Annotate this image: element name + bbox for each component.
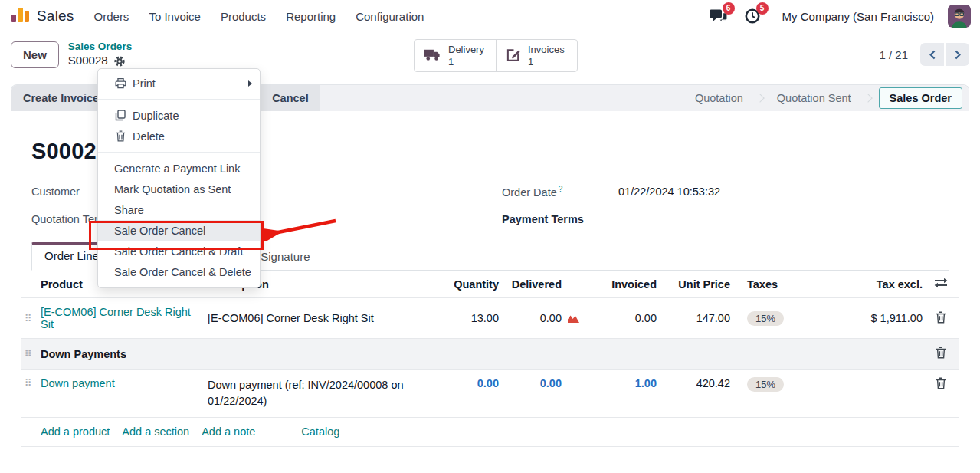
pager-count: 1 / 21 — [879, 48, 908, 61]
gear-icon[interactable] — [113, 55, 126, 67]
stage-separator-icon — [755, 94, 764, 102]
adjust-columns-icon[interactable] — [929, 271, 959, 297]
tax-tag[interactable]: 15% — [747, 377, 784, 392]
add-a-section-link[interactable]: Add a section — [122, 425, 189, 438]
col-unit-price[interactable]: Unit Price — [663, 271, 736, 297]
line-invoiced[interactable]: 1.00 — [583, 370, 663, 397]
line-delivered[interactable]: 0.00 — [505, 304, 583, 332]
menu-share[interactable]: Share — [98, 199, 260, 220]
stage-sales-order[interactable]: Sales Order — [879, 87, 962, 109]
order-lines-table: Product Description Quantity Delivered I… — [21, 271, 959, 447]
pager-previous-button[interactable] — [920, 43, 944, 66]
payment-terms-label: Payment Terms — [502, 213, 584, 225]
line-quantity[interactable]: 0.00 — [438, 370, 505, 397]
line-description[interactable]: [E-COM06] Corner Desk Right Sit — [208, 304, 438, 332]
cancel-button[interactable]: Cancel — [261, 85, 320, 111]
trash-icon — [114, 130, 126, 142]
line-delivered[interactable]: 0.00 — [505, 370, 583, 397]
add-a-product-link[interactable]: Add a product — [41, 425, 110, 438]
order-line-row: ⠿ [E-COM06] Corner Desk Right Sit [E-COM… — [21, 298, 959, 339]
col-invoiced[interactable]: Invoiced — [583, 271, 663, 297]
stage-separator-icon — [864, 94, 872, 102]
smart-button-value: 1 — [528, 56, 533, 68]
down-payment-row: ⠿ Down payment Down payment (ref: INV/20… — [21, 370, 959, 418]
printer-icon — [114, 77, 126, 89]
app-name: Sales — [37, 8, 74, 25]
user-avatar[interactable] — [948, 5, 971, 28]
breadcrumb: Sales Orders S00028 — [68, 41, 132, 68]
line-invoiced[interactable]: 0.00 — [583, 304, 663, 332]
smart-buttons: Delivery 1 Invoices 1 — [414, 39, 578, 72]
invoices-smart-button[interactable]: Invoices 1 — [496, 40, 577, 71]
table-footer-links: Add a product Add a section Add a note C… — [21, 418, 959, 447]
help-question-icon: ? — [559, 185, 563, 193]
smart-button-label: Delivery — [448, 44, 484, 56]
line-description[interactable]: Down payment (ref: INV/2024/00008 on 01/… — [208, 370, 413, 417]
line-quantity[interactable]: 13.00 — [438, 304, 505, 332]
odoo-sales-screen: Sales Orders To Invoice Products Reporti… — [0, 0, 980, 473]
activities-badge: 5 — [756, 2, 769, 15]
stage-pipeline: Quotation Quotation Sent Sales Order — [689, 85, 969, 111]
product-link[interactable]: Down payment — [41, 377, 115, 389]
menu-divider — [98, 152, 260, 153]
top-nav: Sales Orders To Invoice Products Reporti… — [0, 0, 980, 32]
create-invoice-button[interactable]: Create Invoice — [11, 85, 110, 111]
menu-print[interactable]: Print — [98, 73, 260, 94]
menu-sale-order-cancel[interactable]: Sale Order Cancel — [98, 220, 260, 241]
submenu-caret-icon — [248, 80, 252, 87]
company-switcher[interactable]: My Company (San Francisco) — [782, 10, 934, 23]
nav-orders[interactable]: Orders — [94, 10, 129, 23]
sales-app-menu[interactable]: Sales — [11, 5, 74, 28]
menu-mark-quotation-sent[interactable]: Mark Quotation as Sent — [98, 179, 260, 199]
activities-clock-icon[interactable]: 5 — [742, 7, 762, 25]
delete-section-icon[interactable] — [929, 347, 953, 359]
nav-reporting[interactable]: Reporting — [286, 10, 336, 23]
delete-line-icon[interactable] — [929, 377, 953, 389]
nav-configuration[interactable]: Configuration — [356, 10, 424, 23]
line-unit-price[interactable]: 420.42 — [663, 370, 736, 397]
menu-duplicate[interactable]: Duplicate — [98, 105, 260, 126]
section-row: ⠿ Down Payments — [21, 339, 959, 370]
delete-line-icon[interactable] — [929, 311, 953, 324]
new-button[interactable]: New — [11, 41, 59, 68]
col-tax-excl[interactable]: Tax excl. — [822, 271, 929, 297]
nav-to-invoice[interactable]: To Invoice — [149, 10, 201, 23]
bar-chart-logo-icon — [11, 5, 30, 28]
tax-tag[interactable]: 15% — [747, 311, 784, 326]
smart-button-label: Invoices — [528, 44, 565, 56]
col-quantity[interactable]: Quantity — [438, 271, 505, 297]
truck-icon — [424, 48, 441, 64]
breadcrumb-current: S00028 — [68, 54, 108, 68]
menu-sale-order-cancel-delete[interactable]: Sale Order Cancel & Delete — [98, 261, 260, 282]
drag-handle[interactable]: ⠿ — [21, 340, 41, 367]
stage-quotation[interactable]: Quotation — [689, 88, 749, 108]
stage-quotation-sent[interactable]: Quotation Sent — [771, 88, 857, 108]
menu-generate-payment-link[interactable]: Generate a Payment Link — [98, 158, 260, 179]
drag-handle[interactable]: ⠿ — [21, 370, 41, 396]
col-taxes[interactable]: Taxes — [736, 271, 822, 297]
breadcrumb-sales-orders[interactable]: Sales Orders — [68, 41, 132, 54]
invoice-pencil-icon — [506, 48, 521, 64]
messages-badge: 6 — [723, 2, 735, 15]
section-label[interactable]: Down Payments — [41, 340, 929, 368]
copy-icon — [114, 110, 126, 121]
order-date-label: Order Date? — [502, 185, 601, 199]
menu-delete[interactable]: Delete — [98, 126, 260, 146]
line-subtotal: $ 1,911.00 — [822, 304, 929, 332]
product-link[interactable]: [E-COM06] Corner Desk Right Sit — [41, 306, 191, 330]
line-unit-price[interactable]: 147.00 — [663, 304, 736, 332]
col-delivered[interactable]: Delivered — [505, 271, 583, 297]
catalog-link[interactable]: Catalog — [301, 425, 339, 438]
add-a-note-link[interactable]: Add a note — [202, 425, 255, 438]
order-date-value[interactable]: 01/22/2024 10:53:32 — [618, 186, 720, 198]
forecast-alert-icon[interactable] — [567, 313, 580, 324]
menu-sale-order-cancel-draft[interactable]: Sale Order Cancel & Draft — [98, 241, 260, 261]
smart-button-value: 1 — [448, 56, 454, 68]
pager-next-button[interactable] — [946, 43, 969, 66]
action-dropdown-menu: Print Duplicate Delete Generate a Paymen… — [97, 68, 261, 288]
menu-divider — [98, 99, 260, 100]
delivery-smart-button[interactable]: Delivery 1 — [415, 40, 496, 71]
nav-products[interactable]: Products — [221, 10, 266, 23]
messages-icon[interactable]: 6 — [709, 7, 729, 25]
drag-handle[interactable]: ⠿ — [21, 305, 41, 332]
